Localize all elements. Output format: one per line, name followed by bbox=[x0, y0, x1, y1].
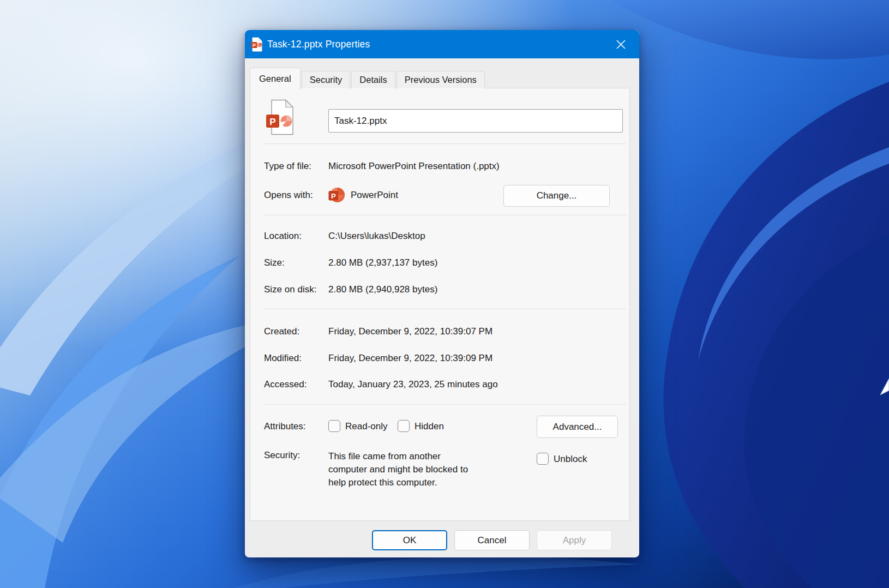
change-button[interactable]: Change... bbox=[503, 185, 610, 207]
cancel-button[interactable]: Cancel bbox=[454, 530, 530, 550]
filename-input[interactable] bbox=[328, 109, 623, 133]
unblock-checkbox-label[interactable]: Unblock bbox=[554, 454, 587, 465]
properties-dialog: P Task-12.pptx Properties General Securi… bbox=[245, 30, 639, 557]
size-label: Size: bbox=[264, 257, 285, 268]
modified-label: Modified: bbox=[264, 353, 302, 364]
powerpoint-app-icon: P bbox=[328, 187, 345, 203]
svg-text:P: P bbox=[269, 117, 275, 127]
created-value: Friday, December 9, 2022, 10:39:07 PM bbox=[328, 326, 492, 337]
pptx-file-icon-small: P bbox=[251, 37, 262, 52]
desktop-wallpaper: P Task-12.pptx Properties General Securi… bbox=[0, 0, 889, 588]
hidden-checkbox-label[interactable]: Hidden bbox=[415, 421, 444, 432]
svg-text:P: P bbox=[253, 43, 256, 48]
ok-button[interactable]: OK bbox=[372, 530, 447, 550]
readonly-checkbox[interactable] bbox=[328, 420, 340, 432]
svg-text:P: P bbox=[331, 192, 336, 200]
security-label: Security: bbox=[264, 450, 300, 461]
tab-strip: General Security Details Previous Versio… bbox=[250, 67, 486, 88]
security-description-line: help protect this computer. bbox=[328, 476, 468, 489]
type-of-file-value: Microsoft PowerPoint Presentation (.pptx… bbox=[328, 161, 500, 172]
unblock-checkbox[interactable] bbox=[537, 453, 549, 465]
separator bbox=[264, 309, 626, 309]
created-label: Created: bbox=[264, 326, 299, 337]
tab-details[interactable]: Details bbox=[351, 71, 395, 88]
location-value: C:\Users\lukas\Desktop bbox=[328, 231, 425, 242]
tab-security[interactable]: Security bbox=[302, 71, 351, 88]
dialog-title: Task-12.pptx Properties bbox=[267, 39, 370, 50]
location-label: Location: bbox=[264, 231, 302, 242]
dialog-titlebar[interactable]: P Task-12.pptx Properties bbox=[245, 30, 639, 58]
type-of-file-label: Type of file: bbox=[264, 161, 311, 172]
separator bbox=[264, 143, 626, 144]
readonly-checkbox-label[interactable]: Read-only bbox=[345, 421, 388, 432]
accessed-label: Accessed: bbox=[264, 379, 307, 390]
security-description-line: This file came from another bbox=[328, 450, 468, 463]
opens-with-value: PowerPoint bbox=[351, 190, 398, 201]
tab-previous-versions[interactable]: Previous Versions bbox=[397, 71, 485, 88]
hidden-checkbox[interactable] bbox=[398, 420, 410, 432]
apply-button[interactable]: Apply bbox=[537, 530, 612, 550]
advanced-button[interactable]: Advanced... bbox=[537, 416, 618, 438]
separator bbox=[264, 215, 626, 215]
general-tab-page: P Type of file: Microsoft PowerPoint Pre… bbox=[250, 88, 630, 521]
attributes-label: Attributes: bbox=[264, 421, 306, 432]
close-icon bbox=[616, 39, 626, 50]
size-value: 2.80 MB (2,937,137 bytes) bbox=[328, 257, 437, 268]
separator bbox=[264, 404, 626, 405]
mouse-cursor bbox=[880, 377, 889, 399]
security-description-line: computer and might be blocked to bbox=[328, 463, 468, 476]
tab-general[interactable]: General bbox=[250, 68, 301, 89]
pptx-file-icon-large: P bbox=[266, 99, 295, 135]
size-on-disk-value: 2.80 MB (2,940,928 bytes) bbox=[328, 284, 437, 295]
size-on-disk-label: Size on disk: bbox=[264, 284, 316, 295]
security-description: This file came from another computer and… bbox=[328, 450, 468, 489]
modified-value: Friday, December 9, 2022, 10:39:09 PM bbox=[328, 353, 492, 364]
close-button[interactable] bbox=[606, 30, 635, 58]
accessed-value: Today, January 23, 2023, 25 minutes ago bbox=[328, 379, 498, 390]
opens-with-label: Opens with: bbox=[264, 190, 313, 201]
